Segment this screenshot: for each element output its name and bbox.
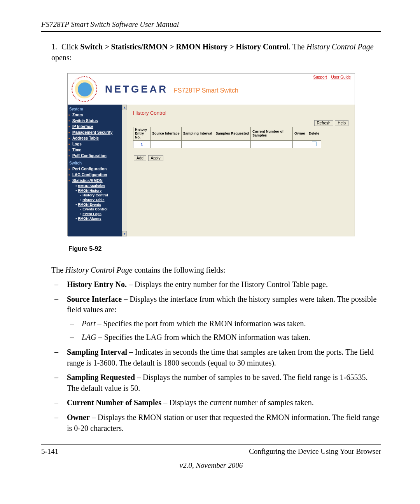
th-delete: Delete: [307, 127, 321, 141]
step-em: History Control Page: [306, 42, 374, 51]
netgear-logo-icon: [72, 76, 97, 102]
field-label: Owner: [67, 413, 90, 422]
th-sampling-interval: Sampling Interval: [181, 127, 214, 141]
subfield-text: – Specifies the LAG from which the RMON …: [96, 333, 310, 341]
nav-switch-status[interactable]: Switch Status: [68, 118, 127, 124]
footer-section-title: Configuring the Device Using Your Browse…: [249, 447, 381, 456]
subfield-lag: LAG – Specifies the LAG from which the R…: [67, 332, 381, 343]
nav-poe-config[interactable]: PoE Configuration: [68, 153, 127, 159]
table-header-row: History Entry No. Source Interface Sampl…: [133, 127, 321, 141]
th-source-interface: Source Interface: [150, 127, 182, 141]
nav-rmon-events[interactable]: RMON Events: [68, 202, 127, 207]
nav-events-control[interactable]: Events Control: [68, 207, 127, 212]
field-sampling-requested: Sampling Requested – Displays the number…: [51, 372, 381, 394]
brand-subtitle: FS728TP Smart Switch: [174, 87, 238, 94]
nav-history-table[interactable]: History Table: [68, 198, 127, 202]
nav-logs[interactable]: Logs: [68, 141, 127, 147]
field-label: Sampling Interval: [67, 348, 127, 356]
th-entry-no: History Entry No.: [133, 127, 150, 141]
step-number: 1.: [51, 41, 61, 52]
field-list: History Entry No. – Displays the entry n…: [51, 279, 381, 434]
nav-zoom[interactable]: Zoom: [68, 112, 127, 118]
nav-rmon-history[interactable]: RMON History: [68, 188, 127, 193]
sidebar: System Zoom Switch Status IP Interface M…: [68, 105, 127, 236]
footer-rule: [41, 444, 381, 445]
intro-post: contains the following fields:: [133, 266, 226, 274]
footer-version: v2.0, November 2006: [41, 461, 381, 470]
delete-checkbox[interactable]: [312, 142, 317, 146]
field-text: – Displays the current number of samples…: [161, 398, 314, 407]
help-button[interactable]: Help: [335, 120, 348, 126]
field-history-entry-no: History Entry No. – Displays the entry n…: [51, 279, 381, 290]
cell-delete: [307, 140, 321, 148]
cell-entry-no: 1: [133, 140, 150, 148]
field-sampling-interval: Sampling Interval – Indicates in seconds…: [51, 347, 381, 368]
content-panel: History Control Refresh Help History Ent…: [127, 105, 355, 236]
cell-current-num-samples: [251, 140, 293, 148]
header-rule: [41, 31, 381, 32]
nav-rmon-statistics[interactable]: RMON Statistics: [68, 184, 127, 188]
support-link[interactable]: Support: [313, 75, 327, 79]
nav-section-switch: Switch: [68, 159, 127, 166]
header-title: FS728TP Smart Switch Software User Manua…: [41, 20, 381, 29]
nav-port-config[interactable]: Port Configuration: [68, 166, 127, 172]
subfield-port: Port – Specifies the port from which the…: [67, 318, 381, 329]
subfield-text: – Specifies the port from which the RMON…: [96, 319, 306, 328]
scroll-up-icon[interactable]: ▴: [122, 105, 127, 110]
screenshot: NETGEAR FS728TP Smart Switch Support Use…: [67, 73, 355, 236]
screenshot-header: NETGEAR FS728TP Smart Switch Support Use…: [68, 74, 355, 105]
nav-lag-config[interactable]: LAG Configuration: [68, 172, 127, 178]
field-text: – Displays the RMON station or user that…: [67, 413, 380, 432]
refresh-button[interactable]: Refresh: [314, 120, 333, 126]
table-row: 1: [133, 140, 321, 148]
page-number: 5-141: [41, 447, 58, 456]
nav-history-control[interactable]: History Control: [68, 193, 127, 198]
entry-link-1[interactable]: 1: [141, 142, 143, 146]
field-source-interface: Source Interface – Displays the interfac…: [51, 294, 381, 343]
nav-management-security[interactable]: Management Security: [68, 130, 127, 135]
content-title: History Control: [133, 110, 348, 116]
add-button[interactable]: Add: [134, 155, 146, 161]
intro-text: The History Control Page contains the fo…: [51, 266, 381, 275]
step-text-post: opens:: [51, 53, 72, 62]
field-label: History Entry No.: [67, 280, 127, 289]
step-text-pre: Click: [61, 42, 80, 51]
field-text: – Displays the entry number for the Hist…: [127, 280, 328, 289]
cell-samples-requested: [214, 140, 251, 148]
field-label: Source Interface: [67, 295, 122, 303]
th-samples-requested: Samples Requested: [214, 127, 251, 141]
nav-event-logs[interactable]: Event Logs: [68, 212, 127, 216]
cell-sampling-interval: [181, 140, 214, 148]
step-path: Switch > Statistics/RMON > RMON History …: [80, 42, 289, 51]
field-owner: Owner – Displays the RMON station or use…: [51, 412, 381, 434]
th-owner: Owner: [293, 127, 307, 141]
field-label: Current Number of Samples: [67, 398, 161, 407]
user-guide-link[interactable]: User Guide: [331, 75, 351, 79]
page-footer: 5-141 Configuring the Device Using Your …: [41, 444, 381, 470]
step-text-mid: . The: [289, 42, 306, 51]
history-control-table: History Entry No. Source Interface Sampl…: [133, 127, 321, 148]
nav-ip-interface[interactable]: IP Interface: [68, 124, 127, 130]
nav-stats-rmon[interactable]: Statistics/RMON: [68, 178, 127, 184]
field-label: Sampling Requested: [67, 373, 135, 382]
nav-address-table[interactable]: Address Table: [68, 135, 127, 141]
nav-time[interactable]: Time: [68, 147, 127, 153]
intro-pre: The: [51, 266, 65, 274]
cell-source-interface: [150, 140, 182, 148]
cell-owner: [293, 140, 307, 148]
apply-button[interactable]: Apply: [148, 155, 163, 161]
nav-section-system: System: [68, 105, 127, 112]
field-current-num-samples: Current Number of Samples – Displays the…: [51, 397, 381, 408]
th-current-num-samples: Current Number of Samples: [251, 127, 293, 141]
subfield-em: Port: [82, 319, 96, 328]
instruction-step: 1.Click Switch > Statistics/RMON > RMON …: [51, 41, 381, 63]
subfield-em: LAG: [82, 333, 96, 341]
top-links: Support User Guide: [310, 75, 351, 79]
scroll-down-icon[interactable]: ▾: [122, 231, 127, 236]
intro-em: History Control Page: [65, 266, 133, 274]
nav-rmon-alarms[interactable]: RMON Alarms: [68, 216, 127, 221]
sidebar-scrollbar[interactable]: ▴ ▾: [122, 105, 127, 236]
figure-label: Figure 5-92: [68, 245, 381, 252]
brand-text: NETGEAR: [105, 83, 168, 95]
